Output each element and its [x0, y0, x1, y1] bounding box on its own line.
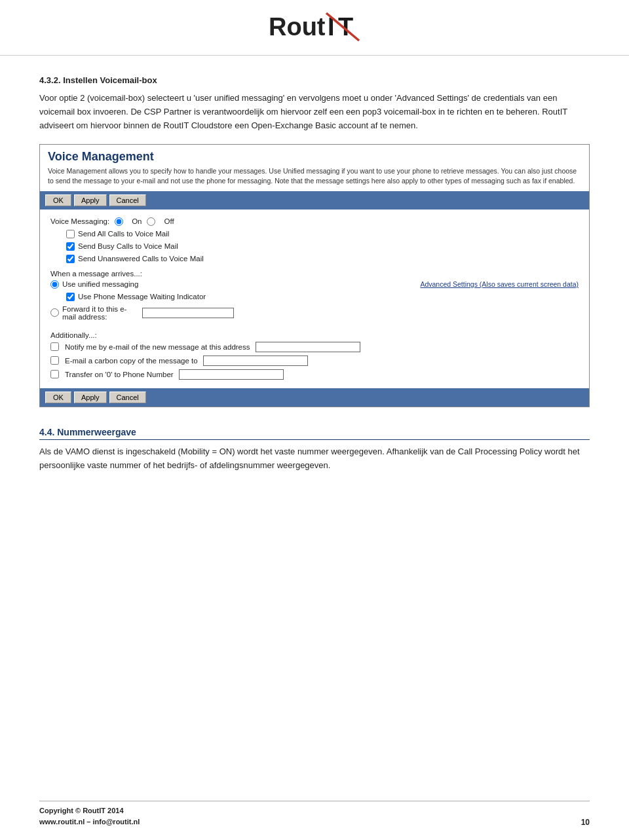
footer-line1: Copyright © RoutIT 2014: [39, 805, 140, 816]
when-arrives-row: Use unified messaging Use Phone Message …: [50, 280, 579, 325]
voice-management-box: Voice Management Voice Management allows…: [39, 144, 590, 407]
vm-sub-options: Send All Calls to Voice Mail Send Busy C…: [66, 230, 579, 263]
additionally-label: Additionally...:: [50, 331, 579, 339]
vm-toolbar-top: OK Apply Cancel: [40, 191, 589, 210]
advanced-settings-link[interactable]: Advanced Settings (Also saves current sc…: [420, 280, 579, 288]
vm-description: Voice Management allows you to specify h…: [40, 166, 589, 191]
vm-toolbar-bottom: OK Apply Cancel: [40, 388, 589, 407]
notify-label: Notify me by e-mail of the new message a…: [65, 343, 250, 351]
email-copy-label: E-mail a carbon copy of the message to: [65, 357, 198, 365]
notify-email-input[interactable]: [256, 342, 360, 352]
forward-email-input[interactable]: [142, 308, 234, 318]
when-left: Use unified messaging Use Phone Message …: [50, 280, 234, 325]
apply-button-bottom[interactable]: Apply: [74, 392, 107, 403]
use-unified-radio[interactable]: [50, 280, 59, 289]
use-unified-row: Use unified messaging: [50, 280, 234, 289]
voice-messaging-group: Voice Messaging: On Off: [50, 217, 579, 226]
when-arrives-label: When a message arrives...:: [50, 270, 579, 278]
svg-text:Rout: Rout: [269, 13, 326, 41]
email-copy-checkbox[interactable]: [50, 356, 59, 365]
main-content: 4.3.2. Instellen Voicemail-box Voor opti…: [0, 56, 629, 506]
send-unanswered-row: Send Unanswered Calls to Voice Mail: [66, 255, 579, 263]
forward-row: Forward it to this e-mail address:: [50, 305, 234, 321]
forward-radio[interactable]: [50, 308, 59, 317]
email-copy-row: E-mail a carbon copy of the message to: [50, 356, 579, 366]
forward-label: Forward it to this e-mail address:: [62, 305, 140, 321]
send-unanswered-label: Send Unanswered Calls to Voice Mail: [78, 255, 204, 263]
send-all-label: Send All Calls to Voice Mail: [78, 230, 169, 238]
send-busy-row: Send Busy Calls to Voice Mail: [66, 242, 579, 251]
use-phone-indicator-label: Use Phone Message Waiting Indicator: [78, 293, 206, 301]
apply-button-top[interactable]: Apply: [74, 194, 107, 206]
vm-on-radio[interactable]: [115, 217, 123, 226]
send-all-row: Send All Calls to Voice Mail: [66, 230, 579, 238]
footer: Copyright © RoutIT 2014 www.routit.nl – …: [39, 801, 590, 827]
transfer-checkbox[interactable]: [50, 370, 59, 378]
section-44-para1: Als de VAMO dienst is ingeschakeld (Mobi…: [39, 445, 590, 473]
vm-on-label: On: [132, 217, 142, 225]
vm-form: Voice Messaging: On Off Send All Calls t…: [40, 210, 589, 388]
use-phone-indicator-row: Use Phone Message Waiting Indicator: [66, 293, 234, 301]
header: Rout I T: [0, 0, 629, 55]
voice-messaging-label: Voice Messaging:: [50, 217, 109, 225]
logo-svg: Rout I T: [262, 7, 367, 46]
vm-off-label: Off: [164, 217, 174, 225]
transfer-row: Transfer on '0' to Phone Number: [50, 369, 579, 380]
svg-text:T: T: [338, 13, 353, 41]
additionally-section: Additionally...: Notify me by e-mail of …: [50, 331, 579, 380]
send-busy-checkbox[interactable]: [66, 242, 75, 251]
use-unified-label: Use unified messaging: [62, 280, 138, 288]
transfer-label: Transfer on '0' to Phone Number: [65, 371, 174, 378]
ok-button-top[interactable]: OK: [45, 194, 71, 206]
when-right: Advanced Settings (Also saves current sc…: [234, 280, 579, 288]
when-arrives-section: When a message arrives...: Use unified m…: [50, 270, 579, 325]
ok-button-bottom[interactable]: OK: [45, 392, 71, 403]
footer-line2: www.routit.nl – info@routit.nl: [39, 816, 140, 828]
section-44-heading: 4.4. Nummerweergave: [39, 427, 590, 440]
footer-copyright: Copyright © RoutIT 2014 www.routit.nl – …: [39, 805, 140, 827]
send-all-checkbox[interactable]: [66, 230, 75, 238]
notify-row: Notify me by e-mail of the new message a…: [50, 342, 579, 352]
cancel-button-bottom[interactable]: Cancel: [109, 392, 146, 403]
send-unanswered-checkbox[interactable]: [66, 255, 75, 263]
notify-checkbox[interactable]: [50, 342, 59, 351]
footer-page-number: 10: [581, 818, 590, 827]
vm-off-radio[interactable]: [147, 217, 155, 226]
vm-title: Voice Management: [40, 145, 589, 166]
cancel-button-top[interactable]: Cancel: [109, 194, 146, 206]
send-busy-label: Send Busy Calls to Voice Mail: [78, 242, 178, 250]
transfer-number-input[interactable]: [179, 369, 284, 380]
section-432: 4.3.2. Instellen Voicemail-box Voor opti…: [39, 75, 590, 132]
email-copy-input[interactable]: [203, 356, 308, 366]
section-432-para1: Voor optie 2 (voicemail-box) selecteert …: [39, 92, 590, 132]
section-44: 4.4. Nummerweergave Als de VAMO dienst i…: [39, 427, 590, 473]
section-432-heading: 4.3.2. Instellen Voicemail-box: [39, 75, 590, 85]
use-phone-indicator-checkbox[interactable]: [66, 293, 75, 301]
